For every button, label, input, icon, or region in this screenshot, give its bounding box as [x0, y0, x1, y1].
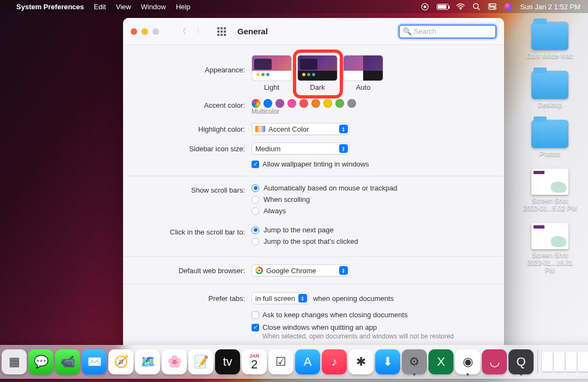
control-center-icon[interactable] [488, 3, 497, 10]
spotlight-icon[interactable] [473, 3, 480, 10]
close-windows-note: When selected, open documents and window… [262, 332, 485, 340]
chevron-updown-icon: ▴▾ [339, 125, 348, 133]
chrome-icon [255, 267, 263, 274]
desktop-folder[interactable]: Desktop [531, 71, 568, 109]
search-field[interactable]: 🔍 [399, 24, 497, 39]
highlight-swatch-icon [255, 126, 265, 132]
appearance-dark[interactable]: Dark [297, 55, 338, 91]
dock-app-photos[interactable]: 🌸 [162, 349, 187, 374]
accent-graphite[interactable] [347, 99, 356, 108]
dock-app-launchpad[interactable]: ▦ [2, 349, 27, 374]
scrollbars-label: Show scroll bars: [143, 184, 252, 194]
tabs-select[interactable]: in full screen ▴▾ [252, 292, 309, 304]
sidebar-size-label: Sidebar icon size: [143, 143, 252, 153]
wallpaper-tinting-label: Allow wallpaper tinting in windows [262, 160, 369, 168]
app-menu[interactable]: System Preferences [16, 3, 84, 11]
appearance-auto[interactable]: Auto [343, 55, 383, 91]
window-title: General [237, 27, 268, 36]
dock-app-sysprefs[interactable]: ⚙︎ [402, 349, 427, 374]
click-jumpspot-radio[interactable] [252, 238, 259, 245]
sidebar-size-select[interactable]: Medium ▴▾ [252, 143, 350, 155]
desktop-screenshot[interactable]: Screen Shot 2022-01...5.02 PM [523, 169, 577, 212]
accent-sublabel: Multicolor [252, 108, 485, 115]
browser-select[interactable]: Google Chrome ▴▾ [252, 264, 350, 276]
back-button[interactable]: 〈 [176, 26, 188, 38]
wifi-icon[interactable] [456, 3, 465, 10]
dock-app-safari[interactable]: 🧭 [108, 349, 133, 374]
dock-app-messages[interactable]: 💬 [28, 349, 53, 374]
dock-app-calendar[interactable]: JAN2 [242, 349, 267, 374]
accent-yellow[interactable] [323, 99, 332, 108]
ask-keep-checkbox[interactable] [252, 311, 259, 319]
dock-app-appstore2[interactable]: ⬇︎ [375, 349, 400, 374]
dock-app-excel[interactable]: X [428, 349, 454, 374]
desktop-folder[interactable]: Photos [531, 120, 568, 158]
scroll-always-radio[interactable] [252, 207, 259, 215]
battery-icon[interactable] [437, 4, 449, 10]
menubar-clock[interactable]: Sun Jan 2 1:52 PM [520, 3, 580, 11]
siri-icon[interactable] [504, 3, 512, 11]
svg-point-2 [460, 8, 461, 9]
dock-app-quicktime[interactable]: Q [509, 349, 534, 374]
dock-app-maps[interactable]: 🗺️ [135, 349, 160, 374]
menu-edit[interactable]: Edit [94, 3, 106, 11]
forward-button[interactable]: 〉 [194, 26, 206, 38]
svg-line-4 [478, 8, 480, 10]
window-titlebar[interactable]: 〈 〉 General 🔍 [123, 18, 504, 45]
scroll-whenscrolling-radio[interactable] [252, 196, 259, 204]
dock-app-appstore[interactable]: A [295, 349, 320, 374]
click-nextpage-radio[interactable] [252, 226, 259, 234]
chevron-updown-icon: ▴▾ [339, 144, 348, 153]
desktop-folder[interactable]: Dark Mode Mac [527, 22, 573, 60]
system-preferences-window: 〈 〉 General 🔍 Appearance: Light Dark [123, 18, 504, 369]
accent-green[interactable] [335, 99, 344, 108]
dock-app-other1[interactable]: ◡ [482, 349, 507, 374]
highlight-select[interactable]: Accent Color ▴▾ [252, 123, 350, 135]
dock-app-music[interactable]: ♪ [322, 349, 347, 374]
menubar: System Preferences Edit View Window Help… [0, 0, 588, 13]
svg-point-8 [494, 8, 495, 9]
menu-window[interactable]: Window [141, 3, 166, 11]
menu-help[interactable]: Help [176, 3, 191, 11]
accent-swatches [252, 99, 485, 108]
accent-multicolor[interactable] [252, 99, 260, 108]
desktop-screenshot[interactable]: Screen Shot 2022-01...16.31 PM [523, 223, 577, 274]
appearance-light[interactable]: Light [252, 55, 292, 91]
accent-pink[interactable] [287, 99, 296, 108]
ask-keep-label: Ask to keep changes when closing documen… [262, 311, 408, 319]
dock-app-mail[interactable]: ✉️ [82, 349, 107, 374]
wallpaper-tinting-checkbox[interactable]: ✓ [252, 161, 259, 168]
minimize-button[interactable] [142, 28, 148, 35]
scroll-auto-radio[interactable] [252, 184, 259, 192]
search-icon: 🔍 [403, 27, 412, 35]
search-input[interactable] [414, 27, 492, 35]
dock-app-appletv[interactable]: tv [215, 349, 240, 374]
show-all-button[interactable] [216, 26, 228, 38]
dock-app-notes[interactable]: 📝 [188, 349, 213, 374]
traffic-lights [131, 28, 159, 35]
menu-view[interactable]: View [116, 3, 131, 11]
zoom-button[interactable] [152, 28, 159, 35]
tabs-suffix: when opening documents [313, 294, 394, 303]
dock-app-facetime[interactable]: 📹 [55, 349, 80, 374]
chevron-updown-icon: ▴▾ [339, 266, 348, 275]
appearance-label: Appearance: [143, 55, 252, 74]
click-scrollbar-label: Click in the scroll bar to: [143, 226, 252, 236]
svg-point-1 [424, 5, 426, 8]
tabs-label: Prefer tabs: [143, 292, 252, 303]
accent-blue[interactable] [264, 99, 272, 108]
dock-separator [537, 350, 538, 374]
screen-record-icon[interactable] [421, 3, 429, 11]
dock: 🙂▦💬📹✉️🧭🗺️🌸📝tvJAN2☑︎A♪✱⬇︎⚙︎X◉◡Q [0, 345, 588, 379]
accent-purple[interactable] [275, 99, 284, 108]
accent-orange[interactable] [311, 99, 320, 108]
close-windows-checkbox[interactable]: ✓ [252, 324, 259, 331]
accent-red[interactable] [299, 99, 308, 108]
dock-app-slack[interactable]: ✱ [348, 349, 373, 374]
svg-point-6 [489, 4, 491, 5]
close-button[interactable] [131, 28, 137, 35]
browser-label: Default web browser: [143, 264, 252, 275]
dock-minimized-windows[interactable] [542, 352, 588, 372]
dock-app-reminders[interactable]: ☑︎ [268, 349, 293, 374]
dock-app-chrome[interactable]: ◉ [455, 349, 480, 374]
